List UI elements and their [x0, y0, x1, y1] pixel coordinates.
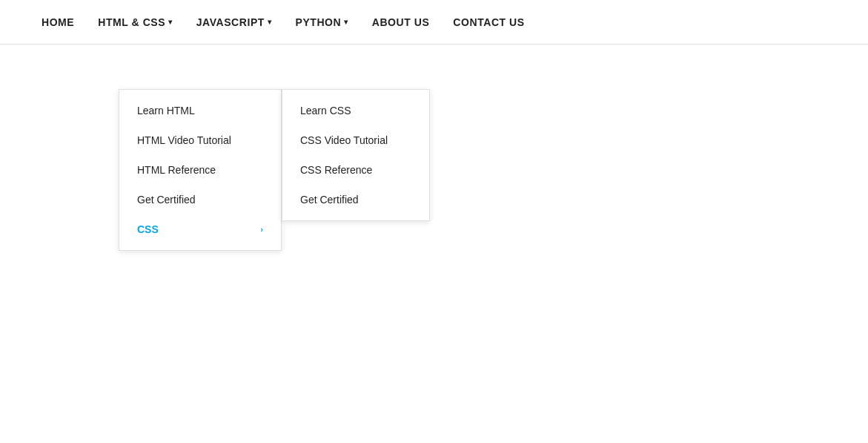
dropdown-item-css-reference[interactable]: CSS Reference	[282, 155, 429, 185]
dropdown-item-css[interactable]: CSS ›	[119, 214, 281, 244]
dropdown-label-css: CSS	[137, 223, 159, 235]
nav-item-about-us[interactable]: ABOUT US	[360, 0, 442, 45]
dropdown-label-html-certified: Get Certified	[137, 194, 196, 206]
page-body: Learn HTML HTML Video Tutorial HTML Refe…	[0, 45, 868, 443]
dropdown-label-css-reference: CSS Reference	[300, 164, 372, 176]
chevron-right-icon: ›	[260, 225, 263, 234]
dropdown-label-html-reference: HTML Reference	[137, 164, 216, 176]
nav-item-python[interactable]: Python ▾	[284, 0, 360, 45]
dropdown-label-learn-css: Learn CSS	[300, 105, 351, 117]
nav-label-home: HOME	[42, 16, 74, 28]
dropdown-item-learn-html[interactable]: Learn HTML	[119, 96, 281, 125]
navbar: HOME HTML & CSS ▾ JAVASCRIPT ▾ Python ▾ …	[0, 0, 868, 45]
nav-label-python: Python	[296, 16, 342, 28]
nav-label-contact-us: CONTACT US	[453, 16, 524, 28]
nav-item-html-css[interactable]: HTML & CSS ▾	[86, 0, 184, 45]
dropdown-label-learn-html: Learn HTML	[137, 105, 195, 117]
chevron-down-icon: ▾	[268, 18, 272, 26]
dropdown-item-html-certified[interactable]: Get Certified	[119, 185, 281, 214]
html-css-dropdown: Learn HTML HTML Video Tutorial HTML Refe…	[119, 89, 282, 251]
nav-item-javascript[interactable]: JAVASCRIPT ▾	[185, 0, 284, 45]
chevron-down-icon: ▾	[168, 18, 173, 26]
dropdown-label-html-video: HTML Video Tutorial	[137, 134, 231, 146]
nav-item-contact-us[interactable]: CONTACT US	[441, 0, 536, 45]
chevron-down-icon: ▾	[344, 18, 348, 26]
dropdown-item-html-reference[interactable]: HTML Reference	[119, 155, 281, 185]
dropdown-label-css-certified: Get Certified	[300, 194, 359, 206]
dropdown-item-html-video[interactable]: HTML Video Tutorial	[119, 125, 281, 155]
dropdown-item-css-video[interactable]: CSS Video Tutorial	[282, 125, 429, 155]
dropdown-item-css-certified[interactable]: Get Certified	[282, 185, 429, 214]
nav-label-about-us: ABOUT US	[372, 16, 430, 28]
css-dropdown: Learn CSS CSS Video Tutorial CSS Referen…	[282, 89, 430, 221]
nav-item-home[interactable]: HOME	[30, 0, 86, 45]
nav-label-html-css: HTML & CSS	[98, 16, 165, 28]
dropdown-label-css-video: CSS Video Tutorial	[300, 134, 388, 146]
nav-label-javascript: JAVASCRIPT	[196, 16, 265, 28]
dropdown-item-learn-css[interactable]: Learn CSS	[282, 96, 429, 125]
